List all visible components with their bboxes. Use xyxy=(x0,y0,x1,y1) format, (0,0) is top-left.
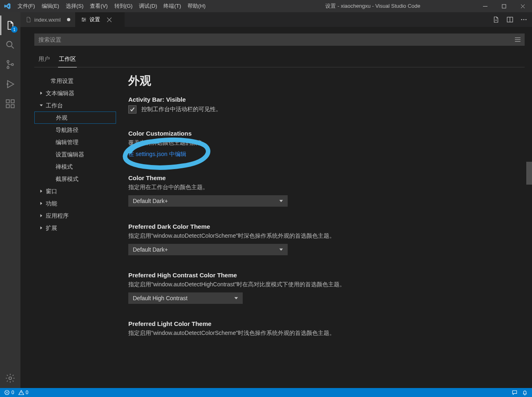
chevron-down-icon xyxy=(38,103,44,108)
toc-features[interactable]: 功能 xyxy=(34,197,116,210)
svg-point-13 xyxy=(85,19,86,20)
setting-desc: 指定用在工作台中的颜色主题。 xyxy=(128,184,496,191)
menu-select[interactable]: 选择(S) xyxy=(63,0,87,12)
tab-label: index.wxml xyxy=(34,17,60,23)
toc-label: 扩展 xyxy=(46,223,57,232)
maximize-button[interactable] xyxy=(494,0,513,12)
menu-terminal[interactable]: 终端(T) xyxy=(160,0,184,12)
toc-workbench[interactable]: 工作台 xyxy=(34,99,116,112)
chevron-right-icon xyxy=(38,213,44,218)
menu-help[interactable]: 帮助(H) xyxy=(184,0,209,12)
menu-file[interactable]: 文件(F) xyxy=(14,0,38,12)
close-button[interactable] xyxy=(513,0,532,12)
setting-title-sub: Visible xyxy=(166,96,186,103)
setting-preferred-light-theme: Preferred Light Color Theme 指定启用"window.… xyxy=(128,320,496,337)
setting-preferred-high-contrast-theme: Preferred High Contrast Color Theme 指定启用… xyxy=(128,272,496,304)
setting-title: Color Theme xyxy=(128,174,496,181)
vscode-logo-icon xyxy=(0,2,14,10)
svg-point-14 xyxy=(83,20,84,22)
settings-filter-icon[interactable] xyxy=(514,33,521,46)
menu-debug[interactable]: 调试(D) xyxy=(136,0,160,12)
scrollbar-thumb[interactable] xyxy=(526,162,532,185)
chevron-down-icon xyxy=(278,247,284,252)
window-title: 设置 - xiaochengxu - Visual Studio Code xyxy=(209,2,476,10)
settings-scope-tabs: 用户 工作区 xyxy=(34,53,525,67)
tab-label: 设置 xyxy=(89,16,100,23)
settings-tab-icon xyxy=(80,16,87,23)
select-value: Default Dark+ xyxy=(133,246,168,253)
search-icon[interactable] xyxy=(0,35,20,55)
menu-edit[interactable]: 编辑(E) xyxy=(38,0,63,12)
status-feedback-icon[interactable] xyxy=(512,390,518,396)
menu-bar: 文件(F) 编辑(E) 选择(S) 查看(V) 转到(G) 调试(D) 终端(T… xyxy=(14,0,209,12)
status-errors-count: 0 xyxy=(11,390,14,395)
svg-rect-7 xyxy=(6,100,9,103)
minimize-button[interactable] xyxy=(476,0,494,12)
preferred-dark-select[interactable]: Default Dark+ xyxy=(128,244,288,255)
svg-point-17 xyxy=(523,19,525,20)
settings-editor: 用户 工作区 常用设置 文本编辑器 xyxy=(20,27,532,388)
toc-window[interactable]: 窗口 xyxy=(34,185,116,197)
svg-point-3 xyxy=(7,60,9,62)
more-actions-icon[interactable] xyxy=(520,16,528,24)
svg-point-12 xyxy=(82,18,83,19)
toc-label: 文本编辑器 xyxy=(46,89,74,98)
select-value: Default Dark+ xyxy=(133,198,168,204)
toc-application[interactable]: 应用程序 xyxy=(34,210,116,222)
setting-desc: 指定启用"window.autoDetectColorScheme"时浅色操作系… xyxy=(128,330,496,337)
settings-search-input[interactable] xyxy=(34,33,525,46)
open-settings-json-link[interactable]: 在 settings.json 中编辑 xyxy=(128,151,496,158)
checkbox-label: 控制工作台中活动栏的可见性。 xyxy=(141,106,221,113)
open-changes-icon[interactable] xyxy=(492,16,500,24)
toc-common[interactable]: 常用设置 xyxy=(34,75,116,87)
chevron-down-icon xyxy=(233,295,239,301)
svg-point-18 xyxy=(525,19,527,20)
toc-label: 窗口 xyxy=(46,187,57,196)
svg-rect-1 xyxy=(502,4,506,8)
scope-user[interactable]: 用户 xyxy=(38,53,51,67)
tab-index-wxml[interactable]: index.wxml xyxy=(20,12,76,27)
toc-settings-editor[interactable]: 设置编辑器 xyxy=(34,148,116,161)
activity-bar: 1 xyxy=(0,12,20,388)
svg-point-11 xyxy=(9,377,12,380)
setting-title: Preferred High Contrast Color Theme xyxy=(128,272,496,279)
setting-desc: 指定启用"window.autoDetectColorScheme"时深色操作系… xyxy=(128,232,496,240)
menu-view[interactable]: 查看(V) xyxy=(87,0,111,12)
svg-rect-10 xyxy=(11,100,14,103)
source-control-icon[interactable] xyxy=(0,55,20,74)
toc-text-editor[interactable]: 文本编辑器 xyxy=(34,87,116,99)
explorer-icon[interactable]: 1 xyxy=(0,16,20,35)
setting-color-theme: Color Theme 指定用在工作台中的颜色主题。 Default Dark+ xyxy=(128,174,496,207)
chevron-right-icon xyxy=(38,225,44,230)
window-controls xyxy=(476,0,532,12)
settings-gear-icon[interactable] xyxy=(0,368,20,388)
toc-extensions[interactable]: 扩展 xyxy=(34,222,116,234)
checkbox[interactable] xyxy=(128,105,136,114)
toc-zen-mode[interactable]: 禅模式 xyxy=(34,161,116,173)
toc-appearance[interactable]: 外观 xyxy=(34,112,116,124)
setting-desc: 指定启用"window.autoDetectHighContrast"时在高对比… xyxy=(128,281,496,288)
status-warnings[interactable]: 0 xyxy=(18,390,29,395)
split-editor-icon[interactable] xyxy=(506,16,514,24)
status-errors[interactable]: 0 xyxy=(4,390,14,395)
preferred-hc-select[interactable]: Default High Contrast xyxy=(128,292,243,304)
title-bar: 文件(F) 编辑(E) 选择(S) 查看(V) 转到(G) 调试(D) 终端(T… xyxy=(0,0,532,12)
setting-title: Preferred Dark Color Theme xyxy=(128,223,496,230)
toc-label: 应用程序 xyxy=(46,211,69,220)
tab-close-icon[interactable] xyxy=(107,17,112,22)
toc-screencast[interactable]: 截屏模式 xyxy=(34,173,116,185)
scope-workspace[interactable]: 工作区 xyxy=(58,53,77,67)
setting-title: Color Customizations xyxy=(128,130,496,137)
menu-goto[interactable]: 转到(G) xyxy=(111,0,136,12)
status-bell-icon[interactable] xyxy=(522,390,528,396)
toc-editor-management[interactable]: 编辑管理 xyxy=(34,136,116,148)
tab-settings[interactable]: 设置 xyxy=(76,12,125,27)
svg-rect-8 xyxy=(6,105,9,108)
color-theme-select[interactable]: Default Dark+ xyxy=(128,195,288,207)
toc-breadcrumbs[interactable]: 导航路径 xyxy=(34,124,116,136)
extensions-icon[interactable] xyxy=(0,94,20,114)
chevron-right-icon xyxy=(38,91,44,96)
debug-icon[interactable] xyxy=(0,74,20,94)
tab-dirty-icon xyxy=(67,18,70,21)
settings-content[interactable]: 外观 Activity Bar: Visible 控制工作台中活动栏的可见性。 xyxy=(116,71,525,388)
